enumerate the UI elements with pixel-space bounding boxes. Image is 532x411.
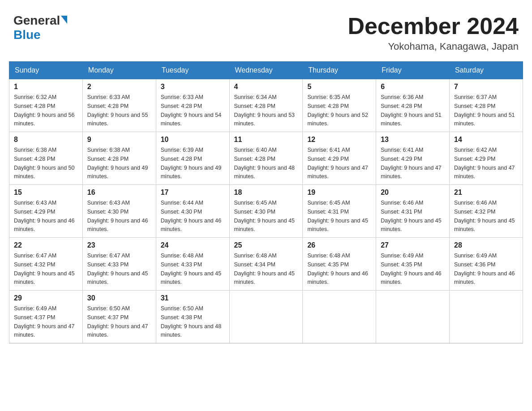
calendar-cell: 23Sunrise: 6:47 AMSunset: 4:33 PMDayligh… [82,238,156,291]
day-number: 20 [381,188,445,197]
day-number: 26 [307,241,371,249]
day-info: Sunrise: 6:40 AMSunset: 4:28 PMDaylight:… [234,147,295,180]
calendar-cell: 10Sunrise: 6:39 AMSunset: 4:28 PMDayligh… [156,132,229,185]
logo-general-text: General [13,13,60,28]
calendar-cell: 20Sunrise: 6:46 AMSunset: 4:31 PMDayligh… [376,185,450,238]
day-info: Sunrise: 6:48 AMSunset: 4:33 PMDaylight:… [161,253,222,285]
day-number: 13 [381,136,445,144]
day-info: Sunrise: 6:43 AMSunset: 4:29 PMDaylight:… [14,200,75,232]
calendar-table: SundayMondayTuesdayWednesdayThursdayFrid… [9,61,523,343]
day-number: 10 [161,136,225,144]
logo-blue-text: Blue [13,28,67,42]
day-number: 21 [454,188,518,197]
calendar-cell: 28Sunrise: 6:49 AMSunset: 4:36 PMDayligh… [450,238,523,291]
day-number: 23 [87,241,151,249]
day-info: Sunrise: 6:47 AMSunset: 4:32 PMDaylight:… [14,253,75,285]
calendar-cell: 17Sunrise: 6:44 AMSunset: 4:30 PMDayligh… [156,185,229,238]
day-info: Sunrise: 6:48 AMSunset: 4:34 PMDaylight:… [234,253,295,285]
day-number: 4 [234,83,298,91]
logo: General Blue [13,13,67,42]
day-info: Sunrise: 6:41 AMSunset: 4:29 PMDaylight:… [307,147,368,180]
day-info: Sunrise: 6:47 AMSunset: 4:33 PMDaylight:… [87,253,148,285]
day-number: 15 [14,188,78,197]
calendar-cell: 26Sunrise: 6:48 AMSunset: 4:35 PMDayligh… [303,238,376,291]
day-number: 2 [87,83,151,91]
day-number: 11 [234,136,298,144]
day-info: Sunrise: 6:34 AMSunset: 4:28 PMDaylight:… [234,94,295,127]
calendar-cell: 19Sunrise: 6:45 AMSunset: 4:31 PMDayligh… [303,185,376,238]
calendar-cell: 31Sunrise: 6:50 AMSunset: 4:38 PMDayligh… [156,291,229,343]
day-number: 3 [161,83,225,91]
day-number: 8 [14,136,78,144]
day-number: 31 [161,294,225,302]
day-info: Sunrise: 6:46 AMSunset: 4:32 PMDaylight:… [454,200,515,232]
calendar-cell [229,291,303,343]
calendar-cell: 13Sunrise: 6:41 AMSunset: 4:29 PMDayligh… [376,132,450,185]
calendar-cell: 27Sunrise: 6:49 AMSunset: 4:35 PMDayligh… [376,238,450,291]
day-number: 19 [307,188,371,197]
calendar-cell: 9Sunrise: 6:38 AMSunset: 4:28 PMDaylight… [82,132,156,185]
calendar-cell: 5Sunrise: 6:35 AMSunset: 4:28 PMDaylight… [303,79,376,132]
calendar-week-4: 22Sunrise: 6:47 AMSunset: 4:32 PMDayligh… [9,238,523,291]
location-title: Yokohama, Kanagawa, Japan [348,41,519,52]
day-info: Sunrise: 6:38 AMSunset: 4:28 PMDaylight:… [87,147,148,180]
day-info: Sunrise: 6:45 AMSunset: 4:31 PMDaylight:… [307,200,368,232]
calendar-cell: 1Sunrise: 6:32 AMSunset: 4:28 PMDaylight… [9,79,83,132]
day-info: Sunrise: 6:48 AMSunset: 4:35 PMDaylight:… [307,253,368,285]
header-day-sunday: Sunday [9,62,83,79]
calendar-cell: 18Sunrise: 6:45 AMSunset: 4:30 PMDayligh… [229,185,303,238]
calendar-cell: 22Sunrise: 6:47 AMSunset: 4:32 PMDayligh… [9,238,83,291]
day-info: Sunrise: 6:45 AMSunset: 4:30 PMDaylight:… [234,200,295,232]
day-number: 24 [161,241,225,249]
calendar-cell: 2Sunrise: 6:33 AMSunset: 4:28 PMDaylight… [82,79,156,132]
calendar-cell: 6Sunrise: 6:36 AMSunset: 4:28 PMDaylight… [376,79,450,132]
day-number: 28 [454,241,518,249]
calendar-cell: 25Sunrise: 6:48 AMSunset: 4:34 PMDayligh… [229,238,303,291]
logo-blue-container [60,17,67,24]
calendar-cell: 30Sunrise: 6:50 AMSunset: 4:37 PMDayligh… [82,291,156,343]
day-info: Sunrise: 6:46 AMSunset: 4:31 PMDaylight:… [381,200,442,232]
day-number: 29 [14,294,78,302]
day-number: 1 [14,83,78,91]
day-info: Sunrise: 6:43 AMSunset: 4:30 PMDaylight:… [87,200,148,232]
day-info: Sunrise: 6:41 AMSunset: 4:29 PMDaylight:… [381,147,442,180]
day-info: Sunrise: 6:49 AMSunset: 4:37 PMDaylight:… [14,305,75,338]
day-info: Sunrise: 6:36 AMSunset: 4:28 PMDaylight:… [381,94,442,127]
page-header: General Blue December 2024 Yokohama, Kan… [9,9,523,52]
calendar-cell: 4Sunrise: 6:34 AMSunset: 4:28 PMDaylight… [229,79,303,132]
calendar-week-2: 8Sunrise: 6:38 AMSunset: 4:28 PMDaylight… [9,132,523,185]
calendar-cell [450,291,523,343]
day-info: Sunrise: 6:42 AMSunset: 4:29 PMDaylight:… [454,147,515,180]
calendar-week-3: 15Sunrise: 6:43 AMSunset: 4:29 PMDayligh… [9,185,523,238]
header-day-wednesday: Wednesday [229,62,303,79]
day-number: 7 [454,83,518,91]
calendar-cell [303,291,376,343]
day-number: 18 [234,188,298,197]
logo-triangle-icon [61,16,67,24]
day-info: Sunrise: 6:37 AMSunset: 4:28 PMDaylight:… [454,94,515,127]
day-number: 9 [87,136,151,144]
day-number: 17 [161,188,225,197]
day-info: Sunrise: 6:35 AMSunset: 4:28 PMDaylight:… [307,94,368,127]
day-number: 25 [234,241,298,249]
day-info: Sunrise: 6:44 AMSunset: 4:30 PMDaylight:… [161,200,222,232]
header-day-friday: Friday [376,62,450,79]
day-info: Sunrise: 6:49 AMSunset: 4:35 PMDaylight:… [381,253,442,285]
day-info: Sunrise: 6:32 AMSunset: 4:28 PMDaylight:… [14,94,75,127]
calendar-cell: 7Sunrise: 6:37 AMSunset: 4:28 PMDaylight… [450,79,523,132]
calendar-cell: 15Sunrise: 6:43 AMSunset: 4:29 PMDayligh… [9,185,83,238]
day-info: Sunrise: 6:49 AMSunset: 4:36 PMDaylight:… [454,253,515,285]
calendar-cell: 16Sunrise: 6:43 AMSunset: 4:30 PMDayligh… [82,185,156,238]
day-number: 22 [14,241,78,249]
calendar-week-1: 1Sunrise: 6:32 AMSunset: 4:28 PMDaylight… [9,79,523,132]
calendar-cell: 14Sunrise: 6:42 AMSunset: 4:29 PMDayligh… [450,132,523,185]
day-info: Sunrise: 6:38 AMSunset: 4:28 PMDaylight:… [14,147,75,180]
header-day-monday: Monday [82,62,156,79]
day-number: 6 [381,83,445,91]
calendar-cell: 29Sunrise: 6:49 AMSunset: 4:37 PMDayligh… [9,291,83,343]
day-number: 16 [87,188,151,197]
day-info: Sunrise: 6:50 AMSunset: 4:37 PMDaylight:… [87,305,148,338]
day-info: Sunrise: 6:33 AMSunset: 4:28 PMDaylight:… [161,94,222,127]
calendar-cell: 8Sunrise: 6:38 AMSunset: 4:28 PMDaylight… [9,132,83,185]
month-title: December 2024 [348,13,519,39]
